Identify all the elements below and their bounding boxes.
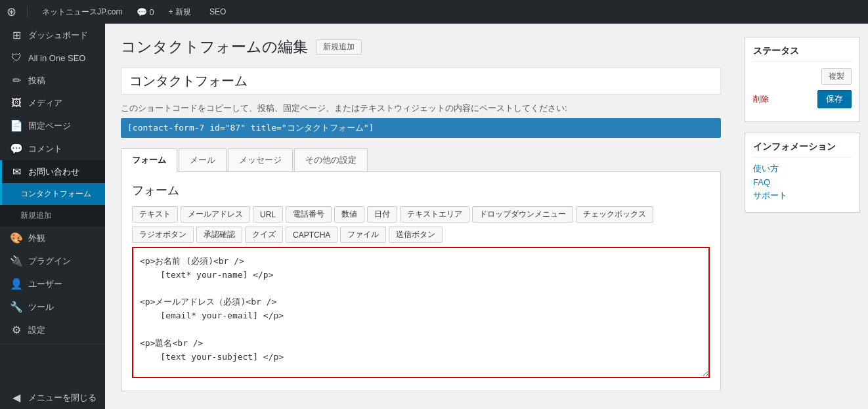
tab-messages[interactable]: メッセージ <box>228 148 293 171</box>
seo-icon: 🛡 <box>10 52 23 64</box>
info-box: インフォメーション 使い方 FAQ サポート <box>745 133 860 213</box>
admin-bar: ⊛ ネットニュースJP.com 💬 0 + 新規 SEO <box>0 0 868 24</box>
tag-btn-url[interactable]: URL <box>253 206 283 223</box>
sidebar-label-seo: All in One SEO <box>28 53 85 63</box>
new-add-button[interactable]: 新規追加 <box>316 39 362 54</box>
media-icon: 🖼 <box>10 97 23 109</box>
tag-btn-date[interactable]: 日付 <box>367 206 397 223</box>
sidebar: ⊞ ダッシュボード 🛡 All in One SEO ✏ 投稿 🖼 メディア 📄… <box>0 24 105 409</box>
status-copy-row: 複製 <box>753 68 852 85</box>
tag-btn-text[interactable]: テキスト <box>132 206 178 223</box>
sidebar-label-contact-forms: コンタクトフォーム <box>20 188 91 200</box>
sidebar-item-comments[interactable]: 💬 コメント <box>0 137 105 160</box>
sidebar-item-dashboard[interactable]: ⊞ ダッシュボード <box>0 24 105 47</box>
sidebar-item-allinone-seo[interactable]: 🛡 All in One SEO <box>0 47 105 69</box>
sidebar-item-pages[interactable]: 📄 固定ページ <box>0 114 105 137</box>
settings-icon: ⚙ <box>10 324 23 336</box>
tag-btn-quiz[interactable]: クイズ <box>245 226 283 243</box>
delete-link[interactable]: 削除 <box>753 94 769 105</box>
tag-btn-captcha[interactable]: CAPTCHA <box>286 226 337 243</box>
sidebar-label-media: メディア <box>28 97 62 109</box>
status-box-title: ステータス <box>753 45 852 62</box>
tag-btn-radio[interactable]: ラジオボタン <box>132 226 194 243</box>
new-content-btn[interactable]: + 新規 <box>165 7 195 18</box>
sidebar-close-label: メニューを閉じる <box>28 392 97 404</box>
dashboard-icon: ⊞ <box>10 29 23 41</box>
sidebar-item-tools[interactable]: 🔧 ツール <box>0 295 105 318</box>
tag-btn-file[interactable]: ファイル <box>340 226 386 243</box>
users-icon: 👤 <box>10 278 23 290</box>
tag-btn-acceptance[interactable]: 承認確認 <box>196 226 242 243</box>
sidebar-label-appearance: 外観 <box>28 232 45 244</box>
comment-icon: 💬 <box>137 7 147 17</box>
save-button[interactable]: 保存 <box>817 90 852 108</box>
plugins-icon: 🔌 <box>10 255 23 267</box>
sidebar-item-plugins[interactable]: 🔌 プラグイン <box>0 249 105 272</box>
sidebar-label-tools: ツール <box>28 301 54 313</box>
tag-btn-tel[interactable]: 電話番号 <box>286 206 332 223</box>
status-save-row: 削除 保存 <box>753 90 852 108</box>
main-content: コンタクトフォームの編集 新規追加 このショートコードをコピーして、投稿、固定ペ… <box>105 24 737 409</box>
admin-bar-divider <box>27 6 28 18</box>
tag-btn-textarea[interactable]: テキストエリア <box>400 206 469 223</box>
sidebar-label-settings: 設定 <box>28 324 45 336</box>
shortcode-box[interactable]: [contact-form-7 id="87" title="コンタクトフォーム… <box>121 118 721 138</box>
close-menu-icon: ◀ <box>10 391 23 404</box>
comment-count: 0 <box>149 7 154 17</box>
form-editor[interactable] <box>132 247 710 378</box>
sidebar-label-pages: 固定ページ <box>28 120 71 132</box>
site-name[interactable]: ネットニュースJP.com <box>38 7 126 18</box>
sidebar-item-add-new[interactable]: 新規追加 <box>0 205 105 226</box>
sidebar-close-menu[interactable]: ◀ メニューを閉じる <box>0 386 105 409</box>
layout: ⊞ ダッシュボード 🛡 All in One SEO ✏ 投稿 🖼 メディア 📄… <box>0 24 868 409</box>
appearance-icon: 🎨 <box>10 232 23 244</box>
sidebar-label-comments: コメント <box>28 143 62 155</box>
sidebar-item-contact-forms[interactable]: コンタクトフォーム <box>0 183 105 205</box>
tab-form[interactable]: フォーム <box>121 148 177 172</box>
tab-mail[interactable]: メール <box>179 148 227 171</box>
form-panel-title: フォーム <box>132 183 710 198</box>
tag-btn-submit[interactable]: 送信ボタン <box>389 226 443 243</box>
tag-buttons-row1: テキスト メールアドレス URL 電話番号 数値 日付 テキストエリア ドロップ… <box>132 206 710 223</box>
form-name-input[interactable] <box>121 68 721 95</box>
sidebar-label-add-new: 新規追加 <box>20 210 52 221</box>
sidebar-separator <box>0 344 105 345</box>
sidebar-label-contact: お問い合わせ <box>28 166 79 178</box>
wp-logo-icon[interactable]: ⊛ <box>7 5 16 19</box>
tag-btn-number[interactable]: 数値 <box>334 206 364 223</box>
comments-bar-item[interactable]: 💬 0 <box>137 7 154 17</box>
contact-icon: ✉ <box>10 165 23 178</box>
sidebar-item-settings[interactable]: ⚙ 設定 <box>0 318 105 341</box>
tag-btn-checkbox[interactable]: チェックボックス <box>576 206 653 223</box>
info-link-faq[interactable]: FAQ <box>753 177 852 187</box>
sidebar-label-posts: 投稿 <box>28 75 45 87</box>
tag-btn-email[interactable]: メールアドレス <box>181 206 250 223</box>
sidebar-item-appearance[interactable]: 🎨 外観 <box>0 226 105 249</box>
status-box: ステータス 複製 削除 保存 <box>745 37 860 122</box>
right-sidebar: ステータス 複製 削除 保存 インフォメーション 使い方 FAQ サポート <box>737 24 868 409</box>
sidebar-item-media[interactable]: 🖼 メディア <box>0 92 105 114</box>
pages-icon: 📄 <box>10 119 23 132</box>
tools-icon: 🔧 <box>10 301 23 313</box>
posts-icon: ✏ <box>10 74 23 87</box>
sidebar-label-dashboard: ダッシュボード <box>28 30 88 41</box>
tag-buttons-row2: ラジオボタン 承認確認 クイズ CAPTCHA ファイル 送信ボタン <box>132 226 710 243</box>
sidebar-item-contact[interactable]: ✉ お問い合わせ <box>0 160 105 183</box>
info-link-howto[interactable]: 使い方 <box>753 163 852 175</box>
page-title: コンタクトフォームの編集 <box>121 37 308 57</box>
tab-other-settings[interactable]: その他の設定 <box>294 148 368 171</box>
page-header: コンタクトフォームの編集 新規追加 <box>121 37 721 57</box>
info-box-title: インフォメーション <box>753 141 852 158</box>
tabs-bar: フォーム メール メッセージ その他の設定 <box>121 148 721 172</box>
shortcode-label: このショートコードをコピーして、投稿、固定ページ、またはテキストウィジェットの内… <box>121 102 721 114</box>
seo-menu-item[interactable]: SEO <box>206 7 230 16</box>
copy-button[interactable]: 複製 <box>821 68 852 85</box>
sidebar-label-plugins: プラグイン <box>28 255 71 267</box>
sidebar-label-users: ユーザー <box>28 278 62 290</box>
info-link-support[interactable]: サポート <box>753 190 852 202</box>
tag-btn-dropdown[interactable]: ドロップダウンメニュー <box>472 206 573 223</box>
sidebar-item-users[interactable]: 👤 ユーザー <box>0 272 105 295</box>
comments-icon: 💬 <box>10 142 23 155</box>
form-panel: フォーム テキスト メールアドレス URL 電話番号 数値 日付 テキストエリア… <box>121 172 721 391</box>
sidebar-item-posts[interactable]: ✏ 投稿 <box>0 69 105 92</box>
